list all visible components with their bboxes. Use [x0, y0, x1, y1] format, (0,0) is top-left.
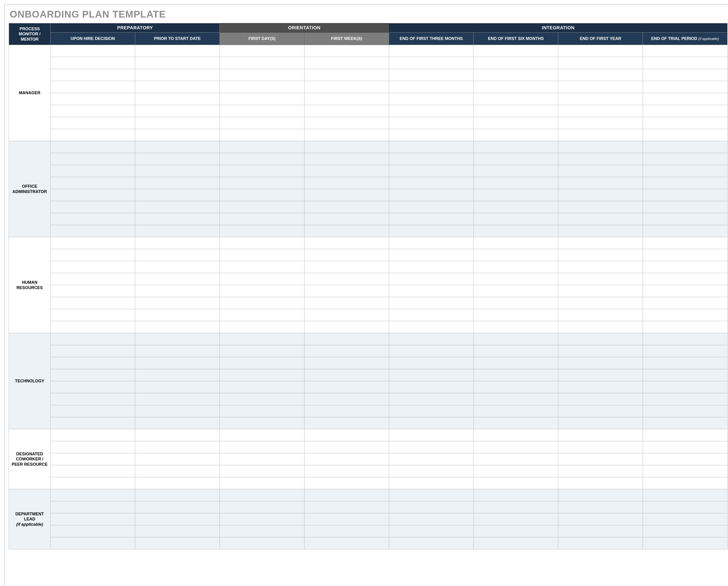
cell-end_6m[interactable]: [473, 429, 558, 441]
cell-end_trial[interactable]: [643, 261, 728, 273]
cell-end_trial[interactable]: [643, 81, 728, 93]
cell-upon_hire[interactable]: [51, 429, 135, 441]
cell-first_weeks[interactable]: [304, 345, 389, 357]
cell-first_weeks[interactable]: [304, 129, 389, 141]
cell-prior_start[interactable]: [135, 165, 219, 177]
cell-end_1y[interactable]: [558, 237, 643, 249]
cell-end_trial[interactable]: [643, 513, 728, 525]
cell-end_1y[interactable]: [558, 81, 643, 93]
cell-prior_start[interactable]: [135, 141, 219, 153]
cell-first_weeks[interactable]: [304, 441, 389, 453]
cell-prior_start[interactable]: [135, 201, 219, 213]
cell-end_6m[interactable]: [473, 117, 558, 129]
cell-end_3m[interactable]: [389, 225, 473, 237]
cell-prior_start[interactable]: [135, 321, 219, 333]
cell-end_3m[interactable]: [389, 117, 473, 129]
cell-end_3m[interactable]: [389, 285, 473, 297]
cell-first_days[interactable]: [219, 477, 304, 489]
cell-end_1y[interactable]: [558, 321, 643, 333]
cell-first_days[interactable]: [219, 405, 304, 417]
cell-prior_start[interactable]: [135, 273, 219, 285]
cell-first_weeks[interactable]: [304, 525, 389, 537]
cell-first_weeks[interactable]: [304, 285, 389, 297]
cell-first_days[interactable]: [219, 309, 304, 321]
cell-end_trial[interactable]: [643, 249, 728, 261]
cell-end_1y[interactable]: [558, 129, 643, 141]
cell-first_weeks[interactable]: [304, 69, 389, 81]
cell-end_3m[interactable]: [389, 177, 473, 189]
cell-prior_start[interactable]: [135, 177, 219, 189]
cell-first_weeks[interactable]: [304, 309, 389, 321]
cell-prior_start[interactable]: [135, 309, 219, 321]
cell-first_days[interactable]: [219, 129, 304, 141]
cell-first_weeks[interactable]: [304, 105, 389, 117]
cell-end_1y[interactable]: [558, 201, 643, 213]
cell-end_1y[interactable]: [558, 537, 643, 549]
cell-upon_hire[interactable]: [51, 285, 135, 297]
cell-upon_hire[interactable]: [51, 117, 135, 129]
cell-first_weeks[interactable]: [304, 357, 389, 369]
cell-prior_start[interactable]: [135, 489, 219, 501]
cell-end_1y[interactable]: [558, 93, 643, 105]
cell-first_days[interactable]: [219, 45, 304, 57]
cell-end_trial[interactable]: [643, 453, 728, 465]
cell-end_6m[interactable]: [473, 177, 558, 189]
cell-upon_hire[interactable]: [51, 273, 135, 285]
cell-upon_hire[interactable]: [51, 129, 135, 141]
cell-end_trial[interactable]: [643, 489, 728, 501]
cell-end_3m[interactable]: [389, 477, 473, 489]
cell-first_days[interactable]: [219, 201, 304, 213]
cell-end_1y[interactable]: [558, 213, 643, 225]
cell-first_days[interactable]: [219, 393, 304, 405]
cell-end_6m[interactable]: [473, 201, 558, 213]
cell-end_6m[interactable]: [473, 261, 558, 273]
cell-upon_hire[interactable]: [51, 405, 135, 417]
cell-end_trial[interactable]: [643, 345, 728, 357]
cell-end_trial[interactable]: [643, 405, 728, 417]
cell-first_days[interactable]: [219, 345, 304, 357]
cell-first_days[interactable]: [219, 381, 304, 393]
cell-first_weeks[interactable]: [304, 429, 389, 441]
cell-end_1y[interactable]: [558, 465, 643, 477]
cell-end_1y[interactable]: [558, 165, 643, 177]
cell-end_trial[interactable]: [643, 501, 728, 513]
cell-end_6m[interactable]: [473, 309, 558, 321]
cell-upon_hire[interactable]: [51, 513, 135, 525]
cell-end_1y[interactable]: [558, 381, 643, 393]
cell-end_6m[interactable]: [473, 213, 558, 225]
cell-end_1y[interactable]: [558, 513, 643, 525]
cell-upon_hire[interactable]: [51, 69, 135, 81]
cell-end_trial[interactable]: [643, 285, 728, 297]
cell-end_1y[interactable]: [558, 489, 643, 501]
cell-upon_hire[interactable]: [51, 237, 135, 249]
cell-end_6m[interactable]: [473, 189, 558, 201]
cell-first_weeks[interactable]: [304, 477, 389, 489]
cell-end_1y[interactable]: [558, 405, 643, 417]
cell-prior_start[interactable]: [135, 453, 219, 465]
cell-upon_hire[interactable]: [51, 141, 135, 153]
cell-end_trial[interactable]: [643, 117, 728, 129]
cell-first_days[interactable]: [219, 513, 304, 525]
cell-first_days[interactable]: [219, 57, 304, 69]
cell-first_days[interactable]: [219, 141, 304, 153]
cell-end_1y[interactable]: [558, 369, 643, 381]
cell-first_weeks[interactable]: [304, 225, 389, 237]
cell-end_3m[interactable]: [389, 273, 473, 285]
cell-end_trial[interactable]: [643, 309, 728, 321]
cell-first_days[interactable]: [219, 285, 304, 297]
cell-end_6m[interactable]: [473, 285, 558, 297]
cell-prior_start[interactable]: [135, 525, 219, 537]
cell-end_6m[interactable]: [473, 513, 558, 525]
cell-prior_start[interactable]: [135, 69, 219, 81]
cell-prior_start[interactable]: [135, 393, 219, 405]
cell-upon_hire[interactable]: [51, 393, 135, 405]
cell-end_3m[interactable]: [389, 105, 473, 117]
cell-prior_start[interactable]: [135, 405, 219, 417]
cell-upon_hire[interactable]: [51, 165, 135, 177]
cell-end_6m[interactable]: [473, 441, 558, 453]
cell-end_6m[interactable]: [473, 477, 558, 489]
cell-end_6m[interactable]: [473, 249, 558, 261]
cell-prior_start[interactable]: [135, 93, 219, 105]
cell-first_weeks[interactable]: [304, 141, 389, 153]
cell-upon_hire[interactable]: [51, 81, 135, 93]
